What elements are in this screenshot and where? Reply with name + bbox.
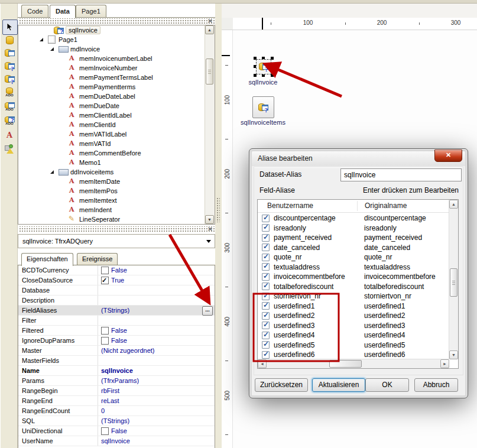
db-table-button[interactable] [2,46,17,60]
list-header[interactable]: Benutzername Originalname [258,200,449,213]
db-query-button[interactable]: ? [2,59,17,73]
tree-node-page1[interactable]: Page1 [18,35,215,44]
checkbox-checked-icon[interactable] [262,224,270,232]
property-row[interactable]: Description [18,296,215,306]
property-row[interactable]: RangeBeginrbFirst [18,386,215,396]
expanded-triangle-icon[interactable] [40,38,43,41]
alias-row[interactable]: userdefined2userdefined2 [258,311,449,321]
scroll-up-button[interactable]: ▲ [449,200,458,209]
expanded-triangle-icon[interactable] [50,170,54,174]
tree-node[interactable]: AmemPaymentTermsLabel [18,73,215,82]
dataset-object-sqlinvoice[interactable]: ? [254,57,274,77]
data-tree[interactable]: ? sqlInvoice Page1 mdInvoice AmemInvoice… [18,25,215,225]
panel-splitter[interactable] [215,4,222,448]
property-row[interactable]: SQL(TStrings) [18,416,215,426]
list-vscrollbar[interactable]: ▲ ▼ [449,200,458,359]
ado-table-button[interactable]: ADO [2,99,17,113]
aktualisieren-button[interactable]: Aktualisieren [312,378,365,392]
property-row[interactable]: BCDToCurrencyFalse [18,265,215,275]
list-hscrollbar[interactable]: ◄ ► [258,359,449,368]
tree-node[interactable]: AmemItemtext [18,196,215,205]
property-row[interactable]: UserNamesqlInvoice [18,436,215,446]
checkbox-checked-icon[interactable] [262,244,270,251]
database-button[interactable] [2,33,17,47]
alias-row[interactable]: userdefined3userdefined3 [258,321,449,331]
tree-node[interactable]: AmemItemDate [18,177,215,186]
tree-node[interactable]: AmemPaymentterms [18,82,215,92]
scroll-down-button[interactable]: ▼ [449,350,458,359]
alias-row[interactable]: userdefined1userdefined1 [258,301,449,311]
property-row[interactable]: RangeEndCount0 [18,406,215,416]
db-query-2-button[interactable]: ? [2,72,17,86]
chevron-down-icon[interactable] [206,240,211,243]
checkbox-checked-icon[interactable] [262,341,270,349]
property-row[interactable]: MasterFields [18,356,215,366]
scrollbar-thumb[interactable] [450,268,457,297]
scroll-down-button[interactable]: ▼ [205,215,214,224]
checkbox-checked-icon[interactable] [262,234,270,242]
checkbox-checked-icon[interactable] [262,273,270,281]
tree-node[interactable]: AmemCommentBefore [18,148,215,158]
tree-node[interactable]: AmemInvoicenumberLabel [18,54,215,63]
scroll-up-button[interactable]: ▲ [205,25,214,34]
tree-node-mdinvoice[interactable]: mdInvoice [18,44,215,54]
alias-row[interactable]: isreadonlyisreadonly [258,223,449,233]
checkbox-unchecked-icon[interactable] [101,327,109,335]
tree-node[interactable]: AmemDueDateLabel [18,92,215,101]
dataset-object-sqlinvoiceitems[interactable]: ? [252,96,274,118]
checkbox-checked-icon[interactable] [262,332,270,339]
checkbox-variable-button[interactable] [2,141,17,155]
tree-node[interactable]: AmemClientIdLabel [18,111,215,120]
tree-dock-grip[interactable]: ✕ [18,18,215,24]
tree-node-ddinvoiceitems[interactable]: ddInvoiceitems [18,167,215,177]
alias-row[interactable]: date_canceleddate_canceled [258,243,449,253]
alias-row[interactable]: totalbeforediscounttotalbeforediscount [258,282,449,292]
tree-node[interactable]: AmemVATIdLabel [18,129,215,139]
property-row-name[interactable]: NamesqlInvoice [18,366,215,376]
scrollbar-thumb[interactable] [329,360,362,368]
checkbox-unchecked-icon[interactable] [101,267,109,274]
property-row[interactable]: Filter [18,316,215,326]
checkbox-checked-icon[interactable] [262,351,270,359]
alias-row[interactable]: discountpercentagediscountpercentage [258,213,449,223]
checkbox-checked-icon[interactable] [262,263,270,271]
tree-node[interactable]: AmemDueDate [18,101,215,111]
close-panel-icon[interactable]: ✕ [206,18,214,25]
column-originalname[interactable]: Originalname [365,202,407,210]
checkbox-checked-icon[interactable] [262,293,270,300]
open-editor-button[interactable]: ... [202,306,213,316]
alias-row[interactable]: userdefined5userdefined5 [258,340,449,350]
tree-node[interactable]: AmemIndent [18,205,215,215]
property-row[interactable]: RangeEndreLast [18,396,215,406]
scrollbar-thumb[interactable] [206,59,213,85]
dialog-titlebar[interactable]: Aliase bearbeiten [252,151,465,166]
property-row[interactable]: Params(TfrxParams) [18,376,215,386]
property-row[interactable]: UniDirectionalFalse [18,426,215,436]
property-row-fieldaliases[interactable]: FieldAliases(TStrings)... [18,306,215,316]
property-row[interactable]: Master(Nicht zugeordnet) [18,346,215,356]
column-separator[interactable] [357,201,358,211]
tab-eigenschaften[interactable]: Eigenschaften [21,253,73,266]
property-row[interactable]: Database [18,285,215,296]
tab-code[interactable]: Code [21,5,48,17]
scroll-right-button[interactable]: ► [440,359,449,368]
close-panel-icon[interactable]: ✕ [206,226,214,233]
abbruch-button[interactable]: Abbruch [414,378,458,392]
property-row[interactable]: CloseDataSourceTrue [18,275,215,285]
tree-node-sqlinvoice[interactable]: ? sqlInvoice [18,25,215,35]
expanded-triangle-icon[interactable] [50,47,54,51]
tree-node[interactable]: AMemo1 [18,158,215,167]
tree-scrollbar[interactable]: ▲ ▼ [205,25,215,224]
scroll-left-button[interactable]: ◄ [258,359,267,368]
alias-row[interactable]: invoicecommentbeforeinvoicecommentbefore [258,272,449,282]
field-alias-list[interactable]: Benutzername Originalname discountpercen… [257,199,459,369]
checkbox-checked-icon[interactable] [262,302,270,310]
property-row[interactable]: FilteredFalse [18,326,215,336]
tab-ereignisse[interactable]: Ereignisse [77,253,118,265]
alias-row[interactable]: userdefined4userdefined4 [258,330,449,340]
object-selector-combo[interactable]: sqlInvoice: TfrxADQuery [18,234,215,248]
inspector-dock-grip[interactable]: ✕ [18,226,215,232]
ado-database-button[interactable]: ADO [2,85,17,99]
tree-node[interactable]: AmemInvoiceNumber [18,63,215,73]
checkbox-checked-icon[interactable] [262,215,270,222]
